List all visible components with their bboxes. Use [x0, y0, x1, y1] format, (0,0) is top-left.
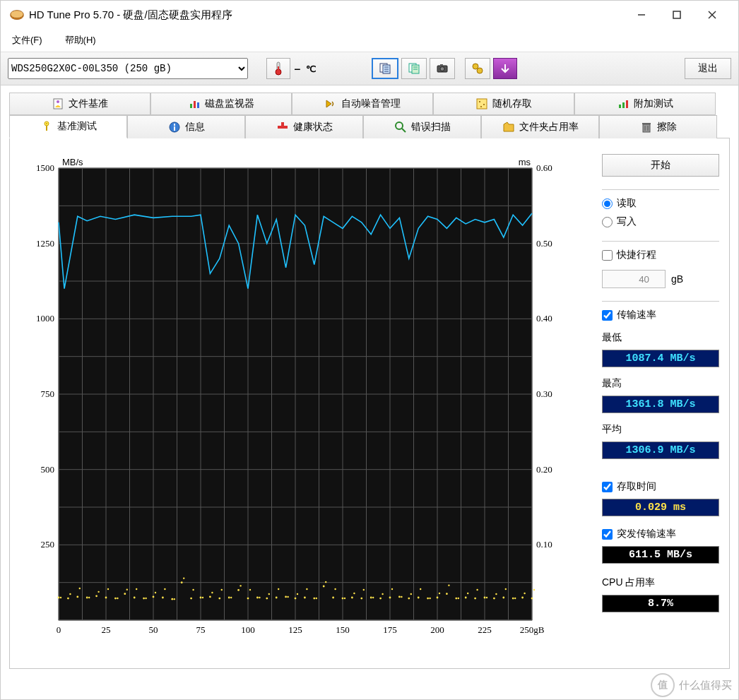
- watermark: 值 什么值得买: [651, 673, 732, 697]
- min-value: 1087.4 MB/s: [602, 350, 719, 367]
- app-icon: [9, 8, 23, 22]
- close-button[interactable]: [694, 4, 730, 26]
- svg-point-160: [297, 593, 298, 595]
- svg-point-143: [218, 598, 220, 600]
- svg-point-161: [304, 597, 306, 599]
- tab-3-bottom[interactable]: 错误扫描: [363, 115, 481, 138]
- tab-2-bottom[interactable]: 健康状态: [245, 115, 363, 138]
- benchmark-chart: MB/sms2505007501000125015000.100.200.300…: [20, 154, 592, 655]
- svg-point-149: [247, 598, 249, 600]
- svg-point-138: [192, 589, 194, 591]
- svg-point-111: [67, 598, 69, 600]
- tab-icon: [188, 97, 201, 110]
- svg-point-31: [480, 106, 482, 107]
- svg-text:ms: ms: [519, 157, 531, 167]
- access-time-check[interactable]: 存取时间: [602, 480, 719, 493]
- svg-point-30: [483, 104, 485, 105]
- exit-button[interactable]: 退出: [685, 58, 731, 79]
- svg-point-207: [521, 597, 524, 599]
- options-button[interactable]: [465, 58, 490, 79]
- svg-point-120: [107, 588, 109, 590]
- svg-point-156: [278, 588, 279, 590]
- burst-value: 611.5 MB/s: [602, 546, 719, 564]
- tab-5-bottom[interactable]: 擦除: [599, 115, 717, 138]
- start-button[interactable]: 开始: [602, 154, 719, 177]
- transfer-rate-check[interactable]: 传输速率: [602, 309, 719, 321]
- svg-rect-46: [642, 123, 651, 124]
- svg-text:500: 500: [41, 464, 55, 475]
- tab-4-bottom[interactable]: 文件夹占用率: [481, 115, 599, 138]
- svg-text:250: 250: [41, 539, 55, 550]
- svg-point-134: [174, 598, 175, 600]
- mode-write-radio[interactable]: 写入: [602, 215, 719, 228]
- svg-point-1: [11, 11, 23, 18]
- svg-point-22: [477, 68, 483, 73]
- tab-1-bottom[interactable]: 信息: [127, 115, 245, 138]
- short-stroke-check[interactable]: 快捷行程: [602, 249, 719, 261]
- svg-point-183: [408, 598, 410, 600]
- svg-point-131: [162, 597, 164, 599]
- screenshot-button[interactable]: [430, 58, 455, 79]
- save-button[interactable]: [493, 58, 517, 79]
- copy-text-button[interactable]: [372, 58, 398, 79]
- tab-0-top[interactable]: 文件基准: [9, 93, 150, 115]
- svg-point-175: [370, 597, 372, 599]
- toolbar: WDS250G2X0C-00L350 (250 gB) — ℃ 退出: [1, 52, 738, 85]
- svg-point-123: [124, 593, 126, 595]
- svg-point-127: [143, 598, 145, 600]
- svg-text:75: 75: [196, 624, 206, 635]
- svg-rect-36: [46, 126, 47, 131]
- tab-3-top[interactable]: 随机存取: [433, 93, 574, 115]
- tab-icon: [640, 121, 653, 134]
- tab-1-top[interactable]: 磁盘监视器: [150, 93, 292, 115]
- tab-4-top[interactable]: 附加测试: [574, 93, 716, 115]
- svg-text:25: 25: [102, 624, 111, 635]
- mode-read-radio[interactable]: 读取: [602, 197, 719, 210]
- svg-point-135: [181, 581, 183, 583]
- minimize-button[interactable]: [624, 4, 659, 26]
- svg-point-119: [105, 597, 107, 599]
- cpu-label: CPU 占用率: [602, 576, 719, 589]
- svg-point-180: [391, 588, 393, 590]
- svg-point-197: [474, 598, 476, 600]
- svg-text:0.60: 0.60: [536, 162, 552, 173]
- svg-point-151: [256, 597, 259, 599]
- tab-0-bottom[interactable]: 基准测试: [9, 115, 127, 138]
- svg-point-115: [86, 597, 88, 599]
- svg-text:200: 200: [430, 624, 444, 635]
- svg-point-124: [126, 588, 128, 590]
- svg-text:50: 50: [149, 624, 158, 635]
- svg-point-190: [439, 593, 440, 594]
- svg-text:100: 100: [241, 624, 255, 635]
- svg-point-210: [533, 589, 535, 591]
- temperature-button[interactable]: [266, 58, 290, 79]
- svg-point-172: [353, 593, 355, 594]
- copy-info-button[interactable]: [401, 58, 427, 79]
- svg-point-159: [295, 598, 297, 600]
- svg-point-132: [164, 588, 165, 590]
- maximize-button[interactable]: [659, 4, 694, 26]
- svg-point-150: [249, 589, 251, 591]
- burst-rate-check[interactable]: 突发传输速率: [602, 528, 719, 540]
- svg-text:MB/s: MB/s: [62, 157, 83, 167]
- svg-point-164: [316, 598, 317, 599]
- svg-point-184: [410, 593, 412, 595]
- tab-icon: [276, 121, 289, 134]
- svg-point-139: [200, 597, 202, 599]
- temperature-value: — ℃: [295, 64, 317, 74]
- svg-point-174: [363, 589, 365, 591]
- svg-text:150: 150: [336, 624, 350, 635]
- svg-text:175: 175: [383, 624, 397, 635]
- svg-point-141: [209, 596, 211, 598]
- menu-help[interactable]: 帮助(H): [61, 32, 100, 49]
- svg-point-198: [476, 589, 478, 591]
- svg-point-193: [455, 598, 457, 600]
- svg-rect-3: [673, 11, 680, 18]
- tab-2-top[interactable]: 自动噪音管理: [292, 93, 433, 115]
- device-select[interactable]: WDS250G2X0C-00L350 (250 gB): [8, 58, 248, 79]
- svg-point-145: [228, 597, 230, 599]
- max-label: 最高: [602, 377, 719, 390]
- menu-file[interactable]: 文件(F): [8, 32, 47, 49]
- svg-point-171: [351, 597, 353, 599]
- svg-point-19: [440, 67, 444, 71]
